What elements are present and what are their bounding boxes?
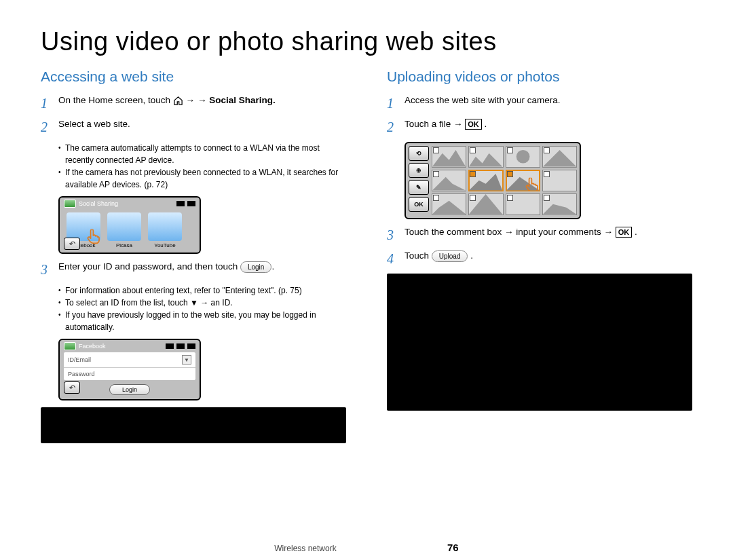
thumbnail[interactable] <box>432 193 466 215</box>
ok-button-icon: OK <box>465 119 482 130</box>
device-titlebar: Social Sharing <box>60 198 200 210</box>
thumbnail-selected[interactable] <box>468 170 503 191</box>
tile-row: Facebook Picasa YouTube <box>60 210 200 250</box>
thumbnail[interactable] <box>468 193 503 215</box>
step-2-left: 2 Select a web site. <box>41 118 346 136</box>
note-item: You must have an existing account on the… <box>68 414 338 436</box>
thumbnail[interactable] <box>542 170 577 191</box>
field-label: Password <box>68 371 95 377</box>
step-1-right: 1 Access the web site with your camera. <box>387 94 692 113</box>
back-button[interactable]: ↶ <box>64 381 80 394</box>
device-screenshot-social-sharing: Social Sharing Facebook <box>58 196 201 254</box>
step-number: 3 <box>387 226 398 244</box>
text: Touch the comment box → input your comme… <box>405 227 616 237</box>
note-item: If you cannot access a web site because … <box>414 303 684 325</box>
step-body: On the Home screen, touch → → Social Sha… <box>58 94 346 107</box>
step3-bullets: For information about entering text, ref… <box>58 284 346 333</box>
chevron-down-icon[interactable]: ▼ <box>182 355 191 365</box>
bullet: To select an ID from the list, touch ▼ →… <box>58 297 346 309</box>
device-screenshot-thumbnails: ⟲ ⊕ ✎ OK <box>405 142 581 219</box>
step-body: Select a web site. <box>58 118 346 130</box>
step-number: 2 <box>387 118 398 136</box>
thumbnail-selected[interactable] <box>506 170 540 191</box>
text: Enter your ID and password, and then tou… <box>58 261 240 272</box>
thumbnail[interactable] <box>506 193 540 215</box>
thumbnail[interactable] <box>432 170 466 191</box>
id-email-field[interactable]: ID/Email ▼ <box>64 352 195 368</box>
device-screenshot-login: Facebook ID/Email ▼ Password <box>58 339 201 400</box>
arrow-icon: → <box>198 95 209 105</box>
step-body: Touch a file → OK . <box>405 118 692 130</box>
text: Social Sharing. <box>209 95 276 105</box>
step-body: Touch Upload . <box>405 250 692 262</box>
status-icons <box>164 343 195 349</box>
note-item: You may not be able to upload videos or … <box>414 325 684 348</box>
note-item: The speed of your Internet connection ma… <box>414 370 684 392</box>
bullet: If the camera has not previously been co… <box>58 166 346 191</box>
two-column-layout: Accessing a web site 1 On the Home scree… <box>41 69 692 443</box>
page-footer: Wireless network 76 <box>0 542 733 553</box>
svg-point-0 <box>516 150 529 164</box>
hand-pointer-icon <box>524 176 540 191</box>
device-title: Social Sharing <box>79 200 118 207</box>
sidebar-edit-button[interactable]: ✎ <box>409 180 429 195</box>
thumbnail[interactable] <box>542 193 577 215</box>
text: On the Home screen, touch <box>58 95 173 105</box>
step-3-right: 3 Touch the comment box → input your com… <box>387 226 692 244</box>
section-heading-right: Uploading videos or photos <box>387 69 692 85</box>
step-number: 2 <box>41 118 52 136</box>
hand-pointer-icon <box>86 227 103 245</box>
step-4-right: 4 Touch Upload . <box>387 250 692 268</box>
bullet: If you have previously logged in to the … <box>58 309 346 333</box>
sidebar-filter-button[interactable]: ⟲ <box>409 146 429 161</box>
device-titlebar: Facebook <box>60 340 200 352</box>
picture-icon <box>64 200 76 208</box>
back-button[interactable]: ↶ <box>64 238 80 250</box>
step-number: 1 <box>387 94 398 113</box>
note-item: Uploaded videos or photos may be automat… <box>414 348 684 370</box>
page-title: Using video or photo sharing web sites <box>41 27 692 56</box>
step-1-left: 1 On the Home screen, touch → → Social S… <box>41 94 346 113</box>
login-button[interactable]: Login <box>109 384 150 395</box>
text: → <box>186 95 198 105</box>
step-body: Access the web site with your camera. <box>405 94 692 107</box>
home-icon <box>173 96 183 106</box>
right-column: Uploading videos or photos 1 Access the … <box>387 69 692 443</box>
step-body: Touch the comment box → input your comme… <box>405 226 692 238</box>
password-field[interactable]: Password <box>64 368 195 380</box>
thumbnail-grid <box>432 146 577 215</box>
tile-label: Picasa <box>107 242 141 248</box>
login-pill-button: Login <box>240 261 271 274</box>
manual-page: Using video or photo sharing web sites A… <box>0 0 733 560</box>
step-body: Enter your ID and password, and then tou… <box>58 261 346 273</box>
tile-youtube[interactable]: YouTube <box>148 212 182 248</box>
thumbnail[interactable] <box>542 146 577 168</box>
field-label: ID/Email <box>68 356 91 363</box>
ok-button-icon: OK <box>616 227 633 238</box>
bullet: For information about entering text, ref… <box>58 284 346 297</box>
left-column: Accessing a web site 1 On the Home scree… <box>41 69 346 443</box>
device-title: Facebook <box>79 343 106 350</box>
note-icon <box>46 413 60 424</box>
footer-section-label: Wireless network <box>274 544 336 553</box>
text: Touch <box>405 250 432 261</box>
bullet: The camera automatically attempts to con… <box>58 142 346 166</box>
login-form: ID/Email ▼ Password <box>64 352 195 380</box>
section-heading-left: Accessing a web site <box>41 69 346 85</box>
sidebar-add-button[interactable]: ⊕ <box>409 163 429 178</box>
thumbnail[interactable] <box>506 146 540 168</box>
step-number: 1 <box>41 94 52 113</box>
device-sidebar: ⟲ ⊕ ✎ OK <box>409 146 429 215</box>
step-3-left: 3 Enter your ID and password, and then t… <box>41 261 346 279</box>
step-2-right: 2 Touch a file → OK . <box>387 118 692 136</box>
page-number: 76 <box>447 542 459 553</box>
tile-picasa[interactable]: Picasa <box>107 212 141 248</box>
thumbnail[interactable] <box>432 146 466 168</box>
status-icons <box>175 201 195 206</box>
text: Touch a file → <box>405 119 465 129</box>
thumbnail[interactable] <box>468 146 503 168</box>
step-number: 4 <box>387 250 398 268</box>
note-item: If there are no files in the camera memo… <box>414 392 684 404</box>
sidebar-ok-button[interactable]: OK <box>409 197 429 212</box>
note-box-left: You must have an existing account on the… <box>41 407 346 443</box>
